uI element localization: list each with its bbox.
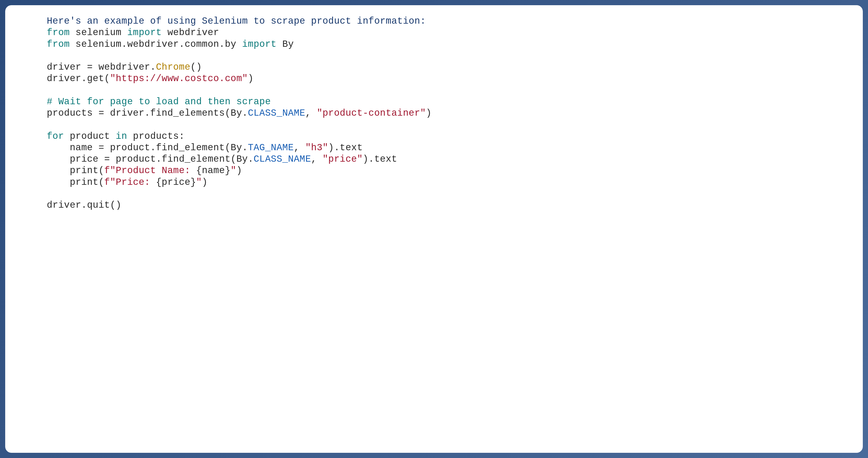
fstring-prefix: f: [104, 177, 110, 188]
method-call: driver.get(: [47, 73, 110, 84]
close-paren: ): [202, 177, 208, 188]
loop-var: product: [70, 131, 110, 142]
fstring-brace: }: [225, 165, 230, 176]
object-ref: webdriver.: [98, 62, 156, 72]
separator: ,: [305, 108, 317, 119]
print-call: print(: [70, 165, 104, 176]
space: [127, 131, 133, 142]
fstring-text: "Product Name:: [110, 165, 196, 176]
string-literal: "price": [322, 154, 363, 164]
variable: products: [47, 108, 93, 119]
equals: =: [98, 154, 116, 164]
constant: CLASS_NAME: [254, 154, 311, 164]
fstring-brace: {: [156, 177, 162, 188]
keyword-from: from: [47, 27, 70, 38]
close-paren: ).text: [363, 154, 397, 164]
import-target: By: [282, 39, 294, 50]
method-call: product.find_element(By.: [110, 143, 248, 153]
close-paren: ): [248, 73, 254, 84]
module-name: selenium: [75, 27, 122, 38]
indent: [47, 165, 70, 176]
equals: =: [81, 62, 98, 72]
constant: TAG_NAME: [248, 143, 294, 153]
module-name: selenium.webdriver.common.by: [75, 39, 237, 50]
equals: =: [93, 143, 110, 153]
space: [64, 131, 70, 142]
fstring-prefix: f: [104, 165, 110, 176]
separator: ,: [294, 143, 305, 153]
fstring-var: price: [162, 177, 190, 188]
class-name: Chrome: [156, 62, 190, 72]
method-call: driver.find_elements(By.: [110, 108, 248, 119]
keyword-from: from: [47, 39, 70, 50]
indent: [47, 154, 70, 164]
fstring-text: ": [196, 177, 202, 188]
string-literal: "https://www.costco.com": [110, 73, 248, 84]
code-block: Here's an example of using Selenium to s…: [47, 16, 821, 211]
comment: # Wait for page to load and then scrape: [47, 96, 271, 107]
fstring-brace: }: [190, 177, 196, 188]
close-paren: ): [426, 108, 432, 119]
keyword-import: import: [242, 39, 277, 50]
equals: =: [93, 108, 110, 119]
constant: CLASS_NAME: [248, 108, 305, 119]
keyword-import: import: [127, 27, 162, 38]
indent: [47, 143, 70, 153]
fstring-text: ": [230, 165, 236, 176]
string-literal: "h3": [305, 143, 328, 153]
separator: ,: [311, 154, 322, 164]
fstring-var: name: [202, 165, 225, 176]
close-paren: ).text: [328, 143, 363, 153]
print-call: print(: [70, 177, 104, 188]
code-container: Here's an example of using Selenium to s…: [5, 5, 863, 453]
indent: [47, 177, 70, 188]
variable: driver: [47, 62, 81, 72]
close-paren: ): [236, 165, 242, 176]
variable: price: [70, 154, 98, 164]
variable: name: [70, 143, 93, 153]
parens: (): [190, 62, 202, 72]
string-literal: "product-container": [317, 108, 426, 119]
method-call: product.find_element(By.: [116, 154, 253, 164]
iterable: products:: [133, 131, 185, 142]
keyword-in: in: [116, 131, 127, 142]
keyword-for: for: [47, 131, 64, 142]
space: [110, 131, 116, 142]
import-target: webdriver: [167, 27, 219, 38]
fstring-brace: {: [196, 165, 202, 176]
fstring-text: "Price:: [110, 177, 156, 188]
intro-text: Here's an example of using Selenium to s…: [47, 16, 426, 27]
method-call: driver.quit(): [47, 200, 121, 211]
